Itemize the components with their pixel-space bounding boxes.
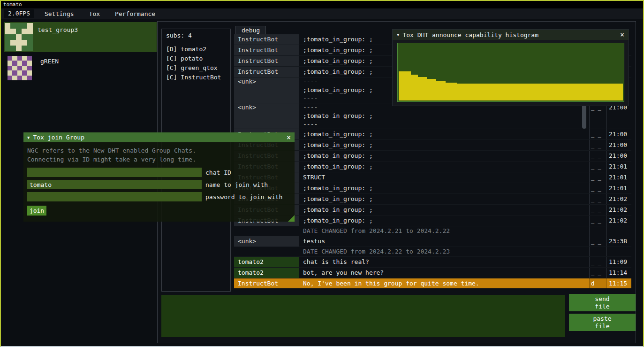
message-line: ;tomato_in_group: ; xyxy=(303,216,585,226)
join-chat-id-input[interactable] xyxy=(27,168,202,177)
message-flags: d xyxy=(589,278,606,288)
group-name: test_group3 xyxy=(38,26,78,51)
group-list-item[interactable]: gREEN xyxy=(4,54,157,84)
avatar-pixel xyxy=(17,56,22,61)
message-flags: _ _ xyxy=(589,268,606,278)
message-time: 21:02 xyxy=(606,194,631,204)
join-password-input[interactable] xyxy=(27,192,202,201)
group-name: gREEN xyxy=(40,58,59,83)
avatar-pixel xyxy=(27,46,33,51)
message-flags: _ _ xyxy=(589,140,606,150)
message-flags: _ _ xyxy=(589,236,606,247)
message-time: 11:09 xyxy=(606,257,631,267)
avatar-pixel xyxy=(16,23,22,29)
window-titlebar: tomato xyxy=(1,1,643,8)
message-line: chat is this real? xyxy=(303,257,585,267)
paste-file-button[interactable]: paste file xyxy=(569,314,636,331)
message-text: ----;tomato_in_group: ;---- xyxy=(299,103,589,129)
join-field-row: chat ID xyxy=(27,168,291,177)
chat-message-row[interactable]: tomato2chat is this real?_ _11:09 xyxy=(234,257,631,268)
message-line: No, I've been in this group for quite so… xyxy=(303,278,585,288)
message-line: ;tomato_in_group: ; xyxy=(303,129,585,139)
avatar-pixel xyxy=(12,70,17,75)
send-file-button[interactable]: send file xyxy=(569,294,636,311)
group-avatar xyxy=(5,23,33,51)
message-text: ;tomato_in_group: ; xyxy=(299,216,589,226)
avatar-pixel xyxy=(22,61,27,65)
message-time xyxy=(606,226,631,236)
avatar-pixel xyxy=(22,23,27,29)
roster-member[interactable]: [C] potato xyxy=(162,54,230,63)
message-author: InstructBot xyxy=(234,34,299,45)
message-line: bot, are you new here? xyxy=(303,268,585,278)
tab-debug[interactable]: debug xyxy=(235,26,266,35)
dht-histogram-window: ▼ Tox DHT announce capability histogram … xyxy=(392,29,629,106)
message-flags: _ _ xyxy=(589,129,606,139)
avatar-pixel xyxy=(8,76,12,80)
message-time: 21:00 xyxy=(606,151,631,161)
menu-settings[interactable]: Settings xyxy=(40,9,78,18)
join-name-input[interactable] xyxy=(27,180,202,189)
histogram-title: Tox DHT announce capability histogram xyxy=(402,31,538,39)
message-flags: _ _ xyxy=(589,162,606,172)
avatar-pixel xyxy=(10,46,16,51)
resize-grip[interactable] xyxy=(288,215,295,222)
message-flags: _ _ xyxy=(589,151,606,161)
message-line: ;tomato_in_group: ; xyxy=(303,151,585,161)
message-text: bot, are you new here? xyxy=(299,268,589,278)
collapse-icon[interactable]: ▼ xyxy=(397,32,399,37)
message-line: ;tomato_in_group: ; xyxy=(303,162,585,172)
avatar-pixel xyxy=(17,76,22,80)
join-field-row: password to join with xyxy=(27,192,291,201)
message-author: tomato2 xyxy=(234,257,299,267)
message-input[interactable] xyxy=(161,295,565,337)
message-line: testus xyxy=(303,236,585,247)
avatar-pixel xyxy=(27,76,32,80)
fps-counter: 2.0FPS xyxy=(4,9,34,18)
close-icon[interactable]: × xyxy=(287,133,291,142)
message-flags: _ _ xyxy=(589,257,606,267)
avatar-pixel xyxy=(27,70,32,75)
collapse-icon[interactable]: ▼ xyxy=(27,135,30,140)
date-changed-text: DATE CHANGED from 2024.2.21 to 2024.2.22 xyxy=(299,226,589,236)
histogram-bars xyxy=(399,44,623,100)
join-button[interactable]: join xyxy=(27,206,46,216)
chat-message-row[interactable]: InstructBotNo, I've been in this group f… xyxy=(234,278,631,288)
group-list-item[interactable]: test_group3 xyxy=(4,22,157,52)
avatar-pixel xyxy=(10,23,16,29)
message-time xyxy=(606,247,631,256)
message-time: 23:38 xyxy=(606,236,631,247)
roster-member[interactable]: [D] tomato2 xyxy=(162,45,230,54)
roster-member[interactable]: [C] green_qtox xyxy=(162,63,230,73)
message-time: 21:01 xyxy=(606,162,631,172)
message-text: STRUCT xyxy=(299,172,589,183)
chat-message-row[interactable]: tomato2bot, are you new here?_ _11:14 xyxy=(234,268,631,278)
avatar-pixel xyxy=(8,66,12,70)
roster-member[interactable]: [C] InstructBot xyxy=(162,73,230,82)
avatar-pixel xyxy=(27,40,33,46)
join-field-label: name to join with xyxy=(205,181,268,188)
join-dialog-titlebar: ▼ Tox join Group × xyxy=(23,132,295,142)
avatar-pixel xyxy=(22,66,27,70)
message-author: InstructBot xyxy=(234,67,299,77)
message-flags xyxy=(589,226,606,236)
avatar-pixel xyxy=(12,61,17,65)
avatar-pixel xyxy=(22,56,27,61)
app-root: tomato 2.0FPS Settings Tox Performance t… xyxy=(0,0,644,347)
message-time: 11:15 xyxy=(606,278,631,288)
chat-message-row[interactable]: <unk>----;tomato_in_group: ;----_ _21:00 xyxy=(234,103,631,129)
menu-tox[interactable]: Tox xyxy=(85,9,104,18)
message-line: ;tomato_in_group: ; xyxy=(303,205,585,215)
message-text: ;tomato_in_group: ; xyxy=(299,140,589,150)
avatar-pixel xyxy=(22,76,27,80)
chat-message-row[interactable]: <unk>testus_ _23:38 xyxy=(234,236,631,247)
avatar-pixel xyxy=(5,29,10,34)
avatar-pixel xyxy=(27,61,32,65)
close-icon[interactable]: × xyxy=(620,31,624,39)
subscribers-list: [D] tomato2[C] potato[C] green_qtox[C] I… xyxy=(162,45,230,82)
menu-bar: 2.0FPS Settings Tox Performance xyxy=(1,8,643,19)
message-time: 21:00 xyxy=(606,140,631,150)
menu-performance[interactable]: Performance xyxy=(111,9,159,18)
group-avatar xyxy=(8,56,32,80)
histogram-bar xyxy=(427,79,436,100)
